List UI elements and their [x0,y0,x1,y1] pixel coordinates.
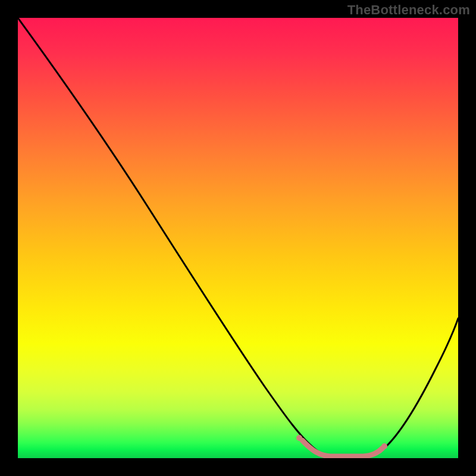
watermark-text: TheBottleneck.com [347,2,470,18]
optimal-band-stroke [302,440,383,456]
plot-area [18,18,458,458]
chart-frame: TheBottleneck.com [0,0,476,476]
optimal-band-dot-right [381,443,387,449]
bottleneck-curve-path [18,18,458,457]
curve-layer [18,18,458,458]
optimal-band [296,435,387,456]
